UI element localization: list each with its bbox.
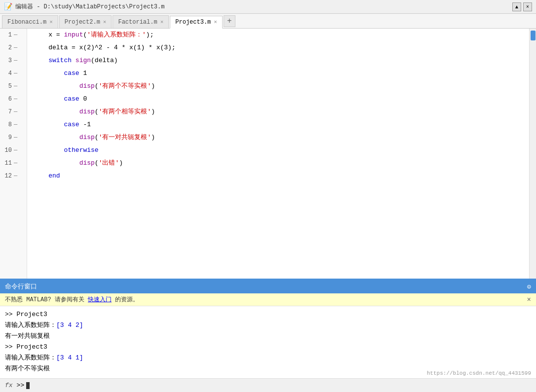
editor-gutter: 1 — 2 — 3 — 4 — 5 — 6 — 7 — 8 — <box>0 29 27 279</box>
gutter-row-9: 9 — <box>0 131 27 144</box>
editor-content[interactable]: x = input('请输入系数矩阵：'); delta = x(2)^2 - … <box>27 29 529 279</box>
code-line-1-end: ); <box>146 29 154 41</box>
code-line-2-content: delta = x(2)^2 - 4 * x(1) * x(3); <box>33 41 176 54</box>
code-kw-case3: case <box>64 118 79 131</box>
code-line-5-paren2: ) <box>151 80 155 93</box>
code-line-1-indent: x = <box>33 29 64 41</box>
code-line-2: delta = x(2)^2 - 4 * x(1) * x(3); <box>27 41 529 54</box>
gutter-row-3: 3 — <box>0 54 27 67</box>
code-line-1: x = input('请输入系数矩阵：'); <box>27 29 529 41</box>
tab-project3-close[interactable]: × <box>214 19 217 25</box>
code-line-8-num: -1 <box>79 118 91 131</box>
line-num-7: 7 <box>2 108 12 115</box>
fx-prompt: >> <box>17 382 25 389</box>
code-line-9: disp('有一对共轭复根') <box>27 131 529 144</box>
dash-2: — <box>14 44 17 51</box>
line-num-4: 4 <box>2 70 12 77</box>
code-line-7-paren1: ( <box>95 106 99 118</box>
close-button[interactable]: × <box>523 2 532 11</box>
tab-factorial-label: Factorial.m <box>118 19 157 26</box>
code-line-12-indent <box>33 170 48 182</box>
gutter-row-1: 1 — <box>0 29 27 41</box>
code-fn-input: input <box>64 29 83 41</box>
code-kw-otherwise: otherwise <box>64 144 98 157</box>
code-fn-sign: sign <box>76 54 91 67</box>
dash-9: — <box>14 134 17 141</box>
tab-factorial-close[interactable]: × <box>160 19 164 25</box>
output-3b: [3 4 1] <box>56 354 83 361</box>
output-1a: 请输入系数矩阵： <box>5 321 56 329</box>
code-line-11: disp('出错') <box>27 157 529 170</box>
dash-11: — <box>14 160 17 167</box>
code-line-8: case -1 <box>27 118 529 131</box>
terminal-line-4: >> Project3 <box>5 342 531 353</box>
line-num-5: 5 <box>2 83 12 90</box>
notice-link[interactable]: 快速入门 <box>88 296 112 303</box>
line-num-11: 11 <box>2 160 12 167</box>
code-line-3: switch sign(delta) <box>27 54 529 67</box>
terminal[interactable]: >> Project3 请输入系数矩阵：[3 4 2] 有一对共轭复根 >> P… <box>0 306 536 378</box>
gutter-row-4: 4 — <box>0 67 27 80</box>
tab-factorial[interactable]: Factorial.m × <box>113 15 169 28</box>
code-line-3-paren: (delta) <box>91 54 118 67</box>
bottom-panel: 命令行窗口 ⊙ 不熟悉 MATLAB? 请参阅有关 快速入门 的资源。 × >>… <box>0 279 536 392</box>
line-num-6: 6 <box>2 96 12 103</box>
cmd-1: Project3 <box>16 311 47 318</box>
dash-4: — <box>14 70 17 77</box>
code-line-6: case 0 <box>27 93 529 106</box>
code-line-11-paren2: ) <box>119 157 123 170</box>
notice-close-button[interactable]: × <box>527 296 531 304</box>
panel-header: 命令行窗口 ⊙ <box>0 280 536 293</box>
code-kw-case2: case <box>64 93 79 106</box>
dash-3: — <box>14 57 17 64</box>
dash-10: — <box>14 147 17 154</box>
tab-project3[interactable]: Project3.m × <box>170 16 223 29</box>
code-line-12: end <box>27 170 529 182</box>
tab-add-button[interactable]: + <box>224 15 235 27</box>
fx-label: fx <box>5 382 13 389</box>
gutter-row-8: 8 — <box>0 118 27 131</box>
code-line-10-indent <box>33 144 64 157</box>
line-num-1: 1 <box>2 32 12 38</box>
code-str-disp1: '有两个不等实根' <box>99 80 152 93</box>
code-line-7: disp('有两个相等实根') <box>27 106 529 118</box>
tabbar: Fibonacci.m × Project2.m × Factorial.m ×… <box>0 14 536 29</box>
titlebar: 📝 编辑器 - D:\study\MatlabProjects\Project3… <box>0 0 536 14</box>
code-str-1: '请输入系数矩阵：' <box>87 29 146 41</box>
panel-icon[interactable]: ⊙ <box>527 283 531 291</box>
terminal-line-1: >> Project3 <box>5 309 531 320</box>
minimize-button[interactable]: ▲ <box>512 2 521 11</box>
code-line-5-indent <box>33 80 79 93</box>
tab-fibonacci-close[interactable]: × <box>49 19 53 25</box>
output-4: 有两个不等实根 <box>5 365 50 372</box>
gutter-row-2: 2 — <box>0 41 27 54</box>
dash-1: — <box>14 32 17 38</box>
output-1b: [3 4 2] <box>56 321 83 329</box>
code-kw-end: end <box>48 170 60 182</box>
tab-project3-label: Project3.m <box>175 19 211 26</box>
code-line-9-indent <box>33 131 79 144</box>
tab-project2[interactable]: Project2.m × <box>59 15 112 28</box>
code-line-10: otherwise <box>27 144 529 157</box>
terminal-line-5: 请输入系数矩阵：[3 4 1] <box>5 353 531 363</box>
gutter-row-12: 12 — <box>0 170 27 182</box>
code-line-7-indent <box>33 106 79 118</box>
code-str-disp4: '出错' <box>99 157 119 170</box>
code-line-6-indent <box>33 93 64 106</box>
terminal-line-3: 有一对共轭复根 <box>5 331 531 342</box>
line-num-8: 8 <box>2 121 12 128</box>
code-line-9-paren1: ( <box>95 131 99 144</box>
tab-fibonacci[interactable]: Fibonacci.m × <box>2 15 58 28</box>
titlebar-controls: ▲ × <box>512 2 532 11</box>
line-num-12: 12 <box>2 173 12 179</box>
editor-scrollbar[interactable] <box>529 29 536 279</box>
code-fn-disp4: disp <box>79 157 95 170</box>
editor-icon: 📝 <box>4 2 12 11</box>
gutter-row-11: 11 — <box>0 157 27 170</box>
code-line-4-num: 1 <box>79 67 87 80</box>
code-kw-case1: case <box>64 67 79 80</box>
gutter-row-6: 6 — <box>0 93 27 106</box>
watermark: https://blog.csdn.net/qq_4431599 <box>427 370 531 376</box>
panel-title: 命令行窗口 <box>5 282 37 291</box>
tab-project2-close[interactable]: × <box>103 19 107 25</box>
